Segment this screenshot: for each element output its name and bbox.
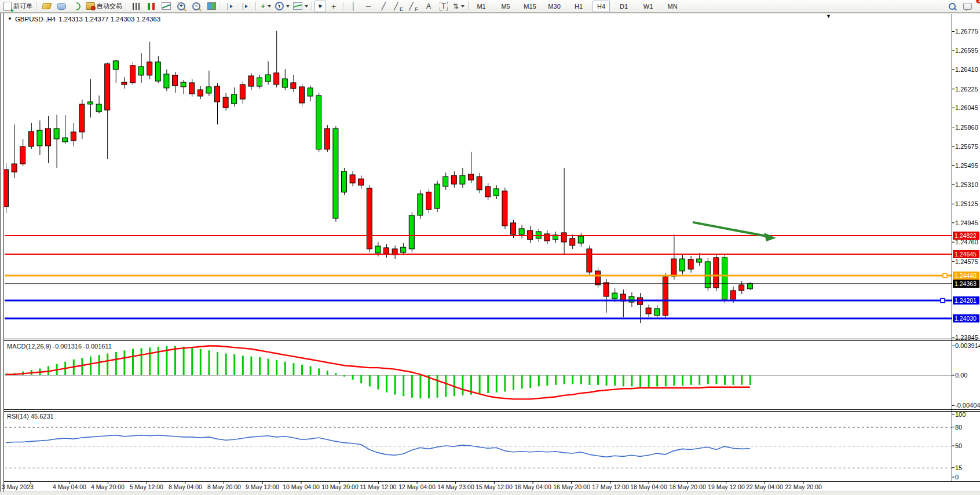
indicators-button[interactable]: + (258, 1, 273, 12)
trendline-button[interactable]: ╱ (376, 1, 391, 12)
chevron-down-icon (286, 5, 290, 8)
timeframe-button-M30[interactable]: M30 (544, 1, 565, 12)
candle-body (147, 62, 152, 75)
zoom-out-button[interactable]: − (189, 1, 204, 12)
candlestick-icon (148, 3, 155, 10)
cursor-icon: ➤ (316, 2, 325, 11)
text-tool-button[interactable]: A (421, 1, 436, 12)
cloud-tool-button[interactable] (54, 1, 69, 12)
candle-body (350, 175, 355, 183)
timeframe-button-H1[interactable]: H1 (568, 1, 589, 12)
timeframe-button-D1[interactable]: D1 (613, 1, 634, 12)
templates-button[interactable] (291, 1, 310, 12)
fibonacci-button[interactable]: ╱F (406, 1, 421, 12)
candle-body (248, 76, 254, 86)
candle-body (671, 259, 677, 276)
timeframe-button-M1[interactable]: M1 (471, 1, 492, 12)
timeframe-button-MN[interactable]: MN (662, 1, 683, 12)
candle-body (663, 277, 668, 316)
window-border-bottom (0, 492, 980, 495)
candle-body (477, 177, 482, 190)
candle-body (730, 291, 736, 299)
chart-shift-marker[interactable]: ▼ (826, 13, 831, 19)
channel-button[interactable]: ╱E (391, 1, 406, 12)
timeframe-button-M15[interactable]: M15 (520, 1, 540, 12)
macd-signal-line (6, 346, 750, 399)
auto-scroll-button[interactable] (224, 1, 239, 12)
horizontal-line-button[interactable]: ─ (361, 1, 376, 12)
candle-body (164, 74, 169, 88)
candle-body (561, 233, 566, 242)
candle-body (12, 164, 17, 172)
candle-body (654, 309, 660, 316)
orange-line-handle[interactable] (943, 273, 947, 277)
candlestick-chart-button[interactable] (144, 1, 159, 12)
arrows-tool-icon: ⇅ (453, 2, 459, 10)
price-tag-1.24645: 1.24645 (953, 250, 979, 258)
chart-symbol-period: GBPUSD-,H4 (15, 16, 56, 23)
zoom-out-icon: − (192, 2, 200, 10)
candle-body (138, 67, 144, 75)
arrows-tool-button[interactable]: ⇅ (451, 1, 466, 12)
chart-shift-icon (243, 3, 250, 10)
price-axis-label: 1.25495 (955, 162, 978, 169)
auto-trading-button[interactable]: 自动交易 (84, 1, 124, 12)
candle-body (367, 188, 372, 249)
candle-body (308, 88, 313, 96)
candle-body (485, 186, 491, 197)
candle-body (274, 73, 279, 85)
candle-body (595, 271, 601, 285)
candle-body (54, 129, 59, 139)
horizontal-line-icon: ─ (366, 2, 371, 10)
timeframe-button-H4[interactable]: H4 (593, 1, 610, 12)
auto-trading-icon (86, 2, 95, 10)
search-button[interactable] (945, 1, 960, 12)
candle-body (469, 174, 474, 180)
notifications-button[interactable]: 1 (960, 1, 975, 12)
signal-icon (71, 1, 82, 12)
candle-body (37, 130, 42, 146)
cursor-button[interactable]: ➤ (315, 1, 326, 12)
timeframe-button-M5[interactable]: M5 (495, 1, 516, 12)
auto-scroll-icon (228, 3, 235, 10)
price-axis-label: 1.25125 (955, 200, 978, 207)
toolbar-separator (36, 2, 37, 10)
auto-trading-label: 自动交易 (97, 2, 122, 10)
bar-chart-button[interactable] (129, 1, 144, 12)
chart-plot-area[interactable] (0, 0, 980, 495)
candle-body (451, 175, 456, 184)
timeframe-button-W1[interactable]: W1 (638, 1, 659, 12)
tile-windows-button[interactable] (204, 1, 219, 12)
vertical-line-icon: │ (351, 2, 356, 10)
price-tag-1.24440: 1.24440 (953, 272, 979, 280)
chart-shift-button[interactable] (239, 1, 254, 12)
candle-body (189, 83, 195, 94)
blue-line-handle[interactable] (941, 299, 945, 303)
search-icon (949, 3, 956, 10)
candle-body (460, 175, 465, 184)
candle-body (401, 247, 406, 252)
tile-windows-icon (207, 2, 216, 10)
zoom-in-button[interactable]: + (174, 1, 189, 12)
new-order-icon (3, 2, 12, 11)
vertical-line-button[interactable]: │ (346, 1, 361, 12)
template-icon (293, 2, 302, 10)
price-axis-label: 1.26225 (955, 86, 978, 93)
signal-tool-button[interactable] (69, 1, 84, 12)
gold-tool-button[interactable] (39, 1, 54, 12)
annotation-arrow-shaft[interactable] (693, 222, 767, 236)
label-tool-button[interactable]: T (436, 1, 451, 12)
candle-body (71, 132, 76, 141)
toolbar-separator (312, 2, 313, 10)
new-order-button[interactable]: 新订单 (2, 1, 34, 12)
zoom-in-icon: + (177, 2, 185, 10)
line-chart-button[interactable] (159, 1, 174, 12)
candle-body (359, 179, 364, 185)
periods-button[interactable] (273, 1, 291, 12)
annotation-arrow-head[interactable] (764, 233, 776, 241)
toolbar-separator (221, 2, 222, 10)
collapse-arrow-icon: ▼ (8, 17, 12, 21)
crosshair-button[interactable]: + (326, 1, 341, 12)
candle-body (113, 61, 118, 69)
line-chart-icon (162, 2, 171, 10)
